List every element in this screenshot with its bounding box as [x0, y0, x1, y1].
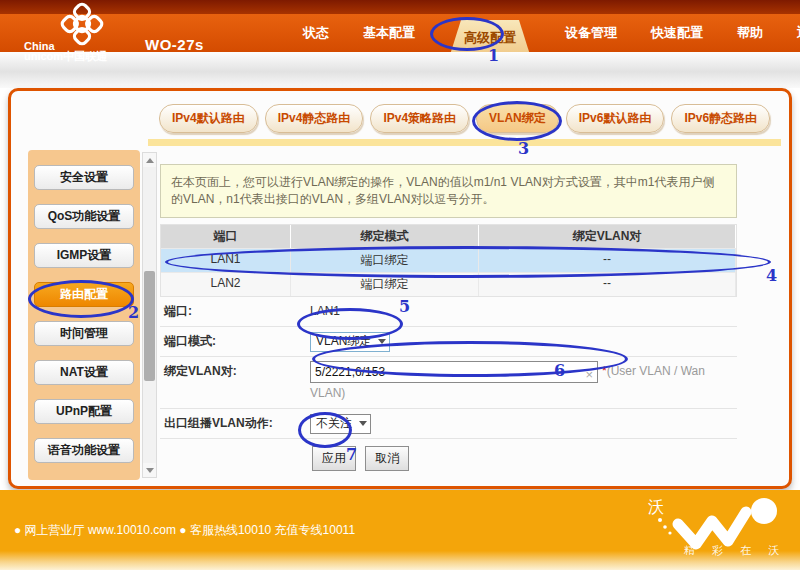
form-row-port-mode: 端口模式: VLAN绑定 [160, 327, 737, 357]
scroll-down-button[interactable] [143, 463, 156, 477]
port-mode-select[interactable]: VLAN绑定 [310, 332, 390, 352]
sidebar-item-routing[interactable]: 路由配置 [34, 282, 134, 307]
port-label: 端口: [160, 301, 310, 322]
table-row-lan2[interactable]: LAN2 端口绑定 -- [161, 272, 736, 296]
col-header-vlan-pair: 绑定VLAN对 [479, 225, 736, 248]
table-row-lan1[interactable]: LAN1 端口绑定 -- [161, 248, 736, 272]
cell-mode: 端口绑定 [291, 272, 479, 296]
cancel-button[interactable]: 取消 [365, 446, 409, 471]
nav-item-help[interactable]: 帮助 [737, 24, 763, 42]
mcast-action-selected-value: 不关注 [316, 413, 352, 434]
port-mode-selected-value: VLAN绑定 [316, 331, 371, 352]
device-model: WO-27s [145, 36, 204, 53]
brand-line2: unicom中国联通 [24, 51, 142, 61]
scroll-up-button[interactable] [143, 153, 156, 167]
sidebar-item-upnp[interactable]: UPnP配置 [34, 399, 134, 424]
cell-vlan-pair: -- [479, 272, 736, 296]
footer: ● 网上营业厅 www.10010.com ● 客服热线10010 充值专线10… [0, 490, 800, 570]
scroll-up-icon [146, 158, 154, 163]
form-row-vlan-pair: 绑定VLAN对: × *(User VLAN / Wan VLAN) [160, 357, 737, 409]
cell-vlan-pair: -- [479, 248, 736, 272]
sidebar-item-voice[interactable]: 语音功能设置 [34, 438, 134, 463]
sidebar-item-time[interactable]: 时间管理 [34, 321, 134, 346]
mcast-action-select[interactable]: 不关注 [310, 414, 371, 434]
col-header-mode: 绑定模式 [291, 225, 479, 248]
scroll-down-icon [146, 468, 154, 473]
chevron-down-icon [359, 421, 367, 426]
chevron-down-icon [378, 339, 386, 344]
nav-item-quick-config[interactable]: 快速配置 [651, 24, 703, 42]
tab-ipv6-default-route[interactable]: IPv6默认路由 [566, 104, 665, 133]
port-value: LAN1 [310, 301, 737, 322]
tab-ipv4-static-route[interactable]: IPv4静态路由 [265, 104, 364, 133]
form-buttons: 应用 取消 [160, 439, 737, 471]
sidebar-item-qos[interactable]: QoS功能设置 [34, 204, 134, 229]
apply-button[interactable]: 应用 [312, 446, 356, 471]
top-navbar: China unicom中国联通 WO-27s 状态 基本配置 高级配置 设备管… [0, 14, 800, 52]
tab-vlan-binding[interactable]: VLAN绑定 [476, 104, 559, 133]
vlan-pair-input[interactable] [311, 362, 597, 382]
vertical-scrollbar[interactable] [142, 152, 157, 478]
vlan-pair-label: 绑定VLAN对: [160, 361, 310, 382]
vlan-pair-field-wrap: × [310, 361, 598, 383]
sidebar-item-igmp[interactable]: IGMP设置 [34, 243, 134, 268]
wo-slogan: 精 彩 在 沃 [684, 543, 786, 558]
clear-input-icon[interactable]: × [585, 364, 593, 385]
router-admin-page: China unicom中国联通 WO-27s 状态 基本配置 高级配置 设备管… [0, 0, 800, 570]
footer-contact-info: ● 网上营业厅 www.10010.com ● 客服热线10010 充值专线10… [14, 522, 355, 539]
wo-brand-logo: 沃 精 彩 在 沃 [640, 490, 790, 568]
china-unicom-logo: China unicom中国联通 [22, 1, 142, 61]
main-panel: IPv4默认路由 IPv4静态路由 IPv4策略路由 VLAN绑定 IPv6默认… [8, 88, 792, 489]
table-header-row: 端口 绑定模式 绑定VLAN对 [161, 225, 736, 248]
mcast-action-label: 出口组播VLAN动作: [160, 413, 310, 434]
cell-mode: 端口绑定 [291, 248, 479, 272]
tab-ipv6-static-route[interactable]: IPv6静态路由 [671, 104, 770, 133]
col-header-port: 端口 [161, 225, 291, 248]
main-nav: 状态 基本配置 高级配置 设备管理 快速配置 帮助 退出 [303, 14, 800, 52]
tab-ipv4-default-route[interactable]: IPv4默认路由 [159, 104, 258, 133]
form-row-mcast-action: 出口组播VLAN动作: 不关注 [160, 409, 737, 439]
port-mode-label: 端口模式: [160, 331, 310, 352]
cell-port: LAN1 [161, 248, 291, 272]
nav-item-status[interactable]: 状态 [303, 24, 329, 42]
vlan-binding-content: 在本页面上，您可以进行VLAN绑定的操作，VLAN的值以m1/n1 VLAN对方… [160, 158, 737, 471]
cell-port: LAN2 [161, 272, 291, 296]
tab-underline [148, 139, 781, 146]
route-tabs: IPv4默认路由 IPv4静态路由 IPv4策略路由 VLAN绑定 IPv6默认… [159, 104, 770, 133]
form-row-port: 端口: LAN1 [160, 297, 737, 327]
nav-item-basic-config[interactable]: 基本配置 [363, 24, 415, 42]
settings-sidebar: 安全设置 QoS功能设置 IGMP设置 路由配置 时间管理 NAT设置 UPnP… [28, 150, 140, 480]
port-binding-table: 端口 绑定模式 绑定VLAN对 LAN1 端口绑定 -- LAN2 端口绑定 -… [160, 224, 737, 297]
page-description: 在本页面上，您可以进行VLAN绑定的操作，VLAN的值以m1/n1 VLAN对方… [160, 164, 737, 218]
sidebar-item-nat[interactable]: NAT设置 [34, 360, 134, 385]
scrollbar-thumb[interactable] [144, 271, 155, 381]
wo-char: 沃 [648, 498, 664, 515]
sidebar-item-security[interactable]: 安全设置 [34, 165, 134, 190]
tab-ipv4-policy-route[interactable]: IPv4策略路由 [370, 104, 469, 133]
nav-item-device-management[interactable]: 设备管理 [565, 24, 617, 42]
